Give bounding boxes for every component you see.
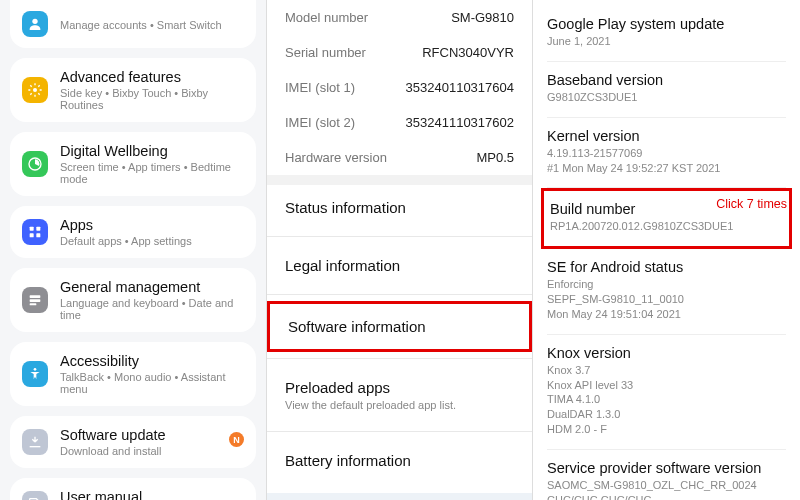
advanced-icon [22,77,48,103]
row-subtitle: View the default preloaded app list. [285,399,514,411]
svg-rect-8 [30,299,41,302]
svg-rect-6 [36,233,40,237]
update-icon [22,429,48,455]
settings-item-subtitle: Default apps • App settings [60,235,244,247]
software-info-panel: Google Play system updateJune 1, 2021Bas… [533,0,800,500]
row-title: Battery information [285,452,514,469]
row-title: Status information [285,199,514,216]
row-subtitle: June 1, 2021 [547,34,786,49]
settings-item-subtitle: Screen time • App timers • Bedtime mode [60,161,244,185]
info-value: RFCN3040VYR [422,45,514,60]
settings-item-title: Digital Wellbeing [60,143,244,159]
software-info-row[interactable]: SE for Android statusEnforcing SEPF_SM-G… [547,249,786,335]
device-info-row: Serial numberRFCN3040VYR [267,35,532,70]
wellbeing-icon [22,151,48,177]
software-info-row[interactable]: Baseband versionG9810ZCS3DUE1 [547,62,786,118]
info-value: 353241110317602 [406,115,514,130]
info-value: MP0.5 [476,150,514,165]
row-title: Google Play system update [547,16,786,32]
annotation-click-7-times: Click 7 times [716,197,787,211]
row-title: Preloaded apps [285,379,514,396]
about-phone-row[interactable]: Status information [267,185,532,230]
settings-item-subtitle: Download and install [60,445,244,457]
settings-item-title: Software update [60,427,244,443]
svg-point-1 [33,88,37,92]
row-subtitle: G9810ZCS3DUE1 [547,90,786,105]
row-subtitle: RP1A.200720.012.G9810ZCS3DUE1 [550,219,783,234]
svg-rect-5 [30,233,34,237]
info-key: IMEI (slot 2) [285,115,355,130]
info-value: 353240110317604 [406,80,514,95]
settings-item-accounts[interactable]: Manage accounts • Smart Switch [10,0,256,48]
svg-point-0 [32,19,37,24]
info-value: SM-G9810 [451,10,514,25]
svg-rect-7 [30,295,41,298]
row-title: SE for Android status [547,259,786,275]
row-title: Service provider software version [547,460,786,476]
info-key: Model number [285,10,368,25]
settings-item-title: Accessibility [60,353,244,369]
settings-item-title: User manual [60,489,244,500]
row-title: Knox version [547,345,786,361]
row-subtitle: 4.19.113-21577069 #1 Mon May 24 19:52:27… [547,146,786,176]
settings-item-subtitle: Side key • Bixby Touch • Bixby Routines [60,87,244,111]
settings-item-general[interactable]: General managementLanguage and keyboard … [10,268,256,332]
general-icon [22,287,48,313]
device-info-row: Hardware versionMP0.5 [267,140,532,175]
row-title: Baseband version [547,72,786,88]
device-info-row: Model numberSM-G9810 [267,0,532,35]
settings-item-access[interactable]: AccessibilityTalkBack • Mono audio • Ass… [10,342,256,406]
settings-item-subtitle: TalkBack • Mono audio • Assistant menu [60,371,244,395]
settings-main-list: Manage accounts • Smart SwitchAdvanced f… [0,0,266,500]
about-phone-row[interactable]: Software information [267,301,532,352]
row-title: Legal information [285,257,514,274]
about-phone-panel: Model numberSM-G9810Serial numberRFCN304… [266,0,533,500]
row-divider [267,431,532,432]
settings-item-update[interactable]: Software updateDownload and installN [10,416,256,468]
settings-item-manual[interactable]: User manualUser manual [10,478,256,500]
looking-for-box: Looking for something else?Software upda… [267,493,532,500]
row-divider [267,294,532,295]
settings-item-title: General management [60,279,244,295]
settings-item-subtitle: Manage accounts • Smart Switch [60,19,244,31]
about-phone-row[interactable]: Legal information [267,243,532,288]
apps-icon [22,219,48,245]
svg-rect-4 [36,227,40,231]
row-title: Kernel version [547,128,786,144]
about-phone-row[interactable]: Preloaded appsView the default preloaded… [267,365,532,425]
info-key: IMEI (slot 1) [285,80,355,95]
row-subtitle: SAOMC_SM-G9810_OZL_CHC_RR_0024 CHC/CHC,C… [547,478,786,500]
new-badge: N [229,432,244,447]
accounts-icon [22,11,48,37]
row-divider [267,358,532,359]
settings-item-apps[interactable]: AppsDefault apps • App settings [10,206,256,258]
settings-item-subtitle: Language and keyboard • Date and time [60,297,244,321]
device-info-row: IMEI (slot 2)353241110317602 [267,105,532,140]
row-subtitle: Enforcing SEPF_SM-G9810_11_0010 Mon May … [547,277,786,322]
svg-point-10 [34,368,37,371]
info-key: Serial number [285,45,366,60]
row-subtitle: Knox 3.7 Knox API level 33 TIMA 4.1.0 Du… [547,363,786,437]
software-info-row[interactable]: Service provider software versionSAOMC_S… [547,450,786,500]
info-key: Hardware version [285,150,387,165]
software-info-row[interactable]: Kernel version4.19.113-21577069 #1 Mon M… [547,118,786,189]
software-info-row[interactable]: Google Play system updateJune 1, 2021 [547,6,786,62]
settings-item-wellbeing[interactable]: Digital WellbeingScreen time • App timer… [10,132,256,196]
about-phone-row[interactable]: Battery information [267,438,532,483]
device-info-row: IMEI (slot 1)353240110317604 [267,70,532,105]
software-info-row[interactable]: Knox versionKnox 3.7 Knox API level 33 T… [547,335,786,450]
svg-rect-3 [30,227,34,231]
software-info-row[interactable]: Build numberRP1A.200720.012.G9810ZCS3DUE… [541,188,792,249]
row-divider [267,236,532,237]
settings-item-advanced[interactable]: Advanced featuresSide key • Bixby Touch … [10,58,256,122]
section-divider [267,175,532,185]
row-title: Software information [288,318,511,335]
access-icon [22,361,48,387]
settings-item-title: Advanced features [60,69,244,85]
svg-rect-9 [30,303,37,305]
manual-icon [22,491,48,500]
settings-item-title: Apps [60,217,244,233]
